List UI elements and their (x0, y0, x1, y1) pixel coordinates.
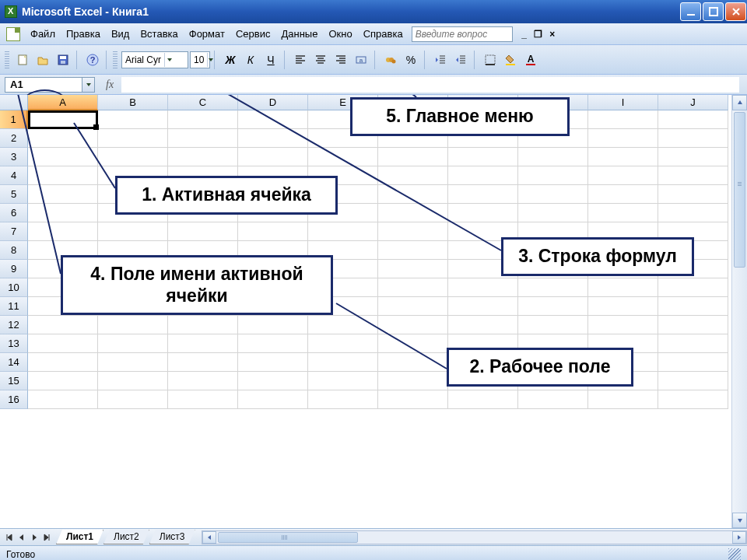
row-header[interactable]: 4 (0, 166, 28, 185)
cell[interactable] (238, 353, 308, 372)
cell[interactable] (168, 372, 238, 390)
cell[interactable] (378, 204, 448, 222)
scroll-up-button[interactable] (732, 95, 747, 110)
cell[interactable] (378, 353, 448, 372)
cell[interactable] (28, 204, 98, 222)
font-name-selector[interactable]: Arial Cyr (121, 51, 188, 68)
cell[interactable] (658, 278, 728, 297)
cell[interactable] (98, 129, 168, 148)
help-button[interactable]: ? (83, 51, 102, 69)
cell[interactable] (28, 372, 98, 390)
cell[interactable] (168, 129, 238, 148)
cell[interactable] (238, 110, 308, 129)
cell[interactable] (28, 222, 98, 241)
cell[interactable] (238, 129, 308, 148)
cell[interactable] (238, 222, 308, 241)
cell[interactable] (28, 129, 98, 148)
cell[interactable] (238, 148, 308, 166)
cell[interactable] (308, 372, 378, 390)
row-header[interactable]: 11 (0, 297, 28, 316)
cell[interactable] (168, 353, 238, 372)
cell[interactable] (308, 316, 378, 334)
cell[interactable] (378, 166, 448, 185)
cell[interactable] (588, 148, 658, 166)
cell[interactable] (588, 129, 658, 148)
tab-nav-last[interactable] (40, 531, 53, 544)
currency-button[interactable] (381, 51, 400, 69)
row-header[interactable]: 1 (0, 110, 28, 129)
name-box-dropdown[interactable] (82, 77, 95, 93)
font-size-selector[interactable]: 10 (190, 51, 210, 68)
row-header[interactable]: 14 (0, 353, 28, 372)
cell[interactable] (168, 222, 238, 241)
cell[interactable] (378, 334, 448, 353)
borders-button[interactable] (481, 51, 500, 69)
maximize-button[interactable] (703, 2, 724, 21)
bold-button[interactable]: Ж (221, 51, 240, 69)
resize-grip-icon[interactable] (728, 548, 741, 561)
mdi-close-button[interactable]: × (545, 28, 559, 40)
cell[interactable] (658, 372, 728, 390)
cell[interactable] (518, 390, 588, 409)
menu-edit[interactable]: Правка (61, 25, 106, 43)
cell[interactable] (378, 297, 448, 316)
tab-nav-prev[interactable] (16, 531, 28, 544)
cell[interactable] (588, 297, 658, 316)
cell[interactable] (518, 278, 588, 297)
cell[interactable] (308, 353, 378, 372)
menu-format[interactable]: Формат (184, 25, 230, 43)
cell[interactable] (98, 334, 168, 353)
toolbar-grip-icon[interactable] (113, 51, 117, 68)
align-center-button[interactable] (311, 51, 330, 69)
column-header[interactable]: J (658, 95, 728, 110)
scroll-right-button[interactable] (732, 531, 746, 544)
cell[interactable] (28, 166, 98, 185)
cell[interactable] (168, 334, 238, 353)
cell[interactable] (658, 148, 728, 166)
chevron-down-icon[interactable] (207, 53, 214, 67)
spreadsheet-grid[interactable] (28, 110, 731, 528)
sheet-tab-1[interactable]: Лист1 (56, 530, 103, 544)
cell[interactable] (588, 185, 658, 204)
scroll-down-button[interactable] (732, 513, 747, 528)
scroll-left-button[interactable] (202, 531, 216, 544)
cell[interactable] (448, 185, 518, 204)
cell[interactable] (98, 372, 168, 390)
cell[interactable] (658, 297, 728, 316)
cell[interactable] (588, 390, 658, 409)
horizontal-scrollbar[interactable] (202, 530, 747, 544)
close-button[interactable] (725, 2, 746, 21)
cell[interactable] (588, 278, 658, 297)
cell[interactable] (98, 222, 168, 241)
fx-label[interactable]: fx (106, 79, 114, 91)
column-header[interactable]: B (98, 95, 168, 110)
cell[interactable] (98, 353, 168, 372)
cell[interactable] (448, 390, 518, 409)
cell[interactable] (588, 110, 658, 129)
cell[interactable] (658, 129, 728, 148)
menu-insert[interactable]: Вставка (135, 25, 183, 43)
scroll-thumb[interactable] (734, 112, 745, 268)
percent-button[interactable]: % (402, 51, 420, 69)
cell[interactable] (28, 334, 98, 353)
cell[interactable] (98, 390, 168, 409)
cell[interactable] (168, 110, 238, 129)
align-right-button[interactable] (331, 51, 350, 69)
menu-view[interactable]: Вид (106, 25, 135, 43)
save-button[interactable] (54, 51, 72, 69)
cell[interactable] (448, 166, 518, 185)
menu-help[interactable]: Справка (358, 25, 409, 43)
hscroll-thumb[interactable] (218, 532, 358, 543)
menu-file[interactable]: Файл (25, 25, 61, 43)
cell[interactable] (588, 166, 658, 185)
cell[interactable] (658, 390, 728, 409)
cell[interactable] (168, 316, 238, 334)
cell[interactable] (28, 353, 98, 372)
cell[interactable] (588, 316, 658, 334)
cell[interactable] (518, 148, 588, 166)
cell[interactable] (308, 390, 378, 409)
cell[interactable] (28, 185, 98, 204)
row-header[interactable]: 12 (0, 316, 28, 334)
row-header[interactable]: 13 (0, 334, 28, 353)
cell[interactable] (518, 204, 588, 222)
